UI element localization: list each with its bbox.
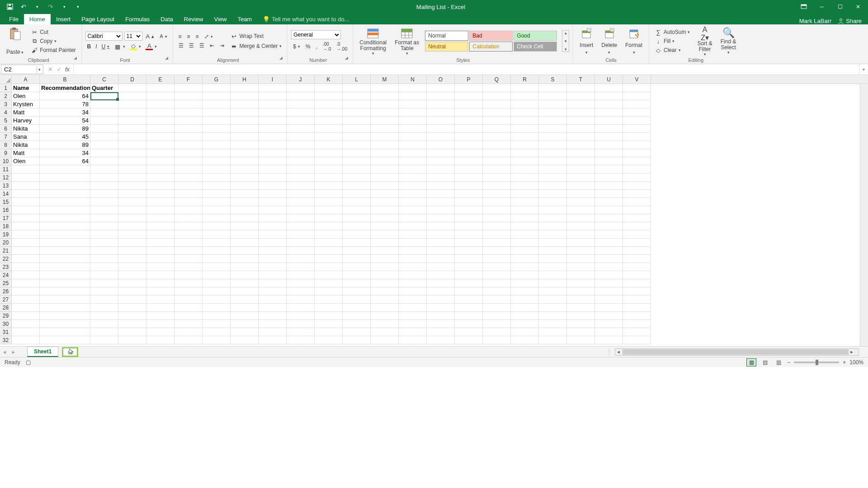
- cell-V20[interactable]: [623, 239, 651, 247]
- cell-H21[interactable]: [231, 247, 259, 255]
- cell-F7[interactable]: [175, 133, 203, 141]
- cell-P3[interactable]: [455, 100, 483, 108]
- cell-D18[interactable]: [118, 222, 146, 230]
- col-header-J[interactable]: J: [287, 75, 315, 84]
- cell-R11[interactable]: [511, 165, 539, 174]
- cell-D32[interactable]: [118, 336, 146, 344]
- cell-C31[interactable]: [90, 328, 118, 336]
- cell-K28[interactable]: [315, 304, 343, 312]
- row-header-6[interactable]: 6: [0, 125, 12, 133]
- cell-V19[interactable]: [623, 230, 651, 239]
- new-sheet-button[interactable]: ⊕: [62, 347, 78, 357]
- cell-S1[interactable]: [539, 84, 567, 92]
- cell-T23[interactable]: [567, 263, 595, 271]
- cell-S27[interactable]: [539, 296, 567, 304]
- cell-B31[interactable]: [40, 328, 90, 336]
- formula-bar[interactable]: [74, 64, 859, 75]
- cell-R28[interactable]: [511, 304, 539, 312]
- cell-G26[interactable]: [203, 287, 231, 296]
- cell-H19[interactable]: [231, 230, 259, 239]
- cell-A25[interactable]: [12, 279, 40, 287]
- cell-J5[interactable]: [287, 117, 315, 125]
- cell-M16[interactable]: [371, 206, 399, 214]
- enter-formula-icon[interactable]: ✓: [57, 66, 61, 73]
- font-name-select[interactable]: Calibri: [85, 32, 123, 41]
- qat-customize-icon[interactable]: ▾: [73, 2, 82, 11]
- cell-M27[interactable]: [371, 296, 399, 304]
- cell-J11[interactable]: [287, 165, 315, 174]
- macro-record-icon[interactable]: ▢: [26, 359, 31, 366]
- cell-G29[interactable]: [203, 312, 231, 320]
- cell-P2[interactable]: [455, 92, 483, 100]
- cell-P21[interactable]: [455, 247, 483, 255]
- cell-J16[interactable]: [287, 206, 315, 214]
- cell-J17[interactable]: [287, 214, 315, 222]
- row-header-1[interactable]: 1: [0, 84, 12, 92]
- row-header-26[interactable]: 26: [0, 287, 12, 296]
- cell-D14[interactable]: [118, 190, 146, 198]
- row-header-19[interactable]: 19: [0, 230, 12, 239]
- cell-U27[interactable]: [595, 296, 623, 304]
- cell-S7[interactable]: [539, 133, 567, 141]
- cell-U30[interactable]: [595, 320, 623, 328]
- cell-R17[interactable]: [511, 214, 539, 222]
- style-normal[interactable]: Normal: [425, 31, 468, 41]
- cell-E27[interactable]: [146, 296, 175, 304]
- cell-S14[interactable]: [539, 190, 567, 198]
- cell-O11[interactable]: [427, 165, 455, 174]
- wrap-text-button[interactable]: ↩Wrap Text: [229, 32, 284, 40]
- cell-T14[interactable]: [567, 190, 595, 198]
- cell-B11[interactable]: [40, 165, 90, 174]
- cell-V4[interactable]: [623, 108, 651, 117]
- cell-N7[interactable]: [399, 133, 427, 141]
- cell-P4[interactable]: [455, 108, 483, 117]
- cell-G20[interactable]: [203, 239, 231, 247]
- cell-K26[interactable]: [315, 287, 343, 296]
- row-header-29[interactable]: 29: [0, 312, 12, 320]
- tab-page-layout[interactable]: Page Layout: [76, 14, 120, 24]
- cell-U16[interactable]: [595, 206, 623, 214]
- cell-L24[interactable]: [343, 271, 371, 279]
- cell-J13[interactable]: [287, 182, 315, 190]
- cell-U12[interactable]: [595, 174, 623, 182]
- cell-T6[interactable]: [567, 125, 595, 133]
- cell-R3[interactable]: [511, 100, 539, 108]
- cell-R18[interactable]: [511, 222, 539, 230]
- fill-button[interactable]: ↓Fill: [653, 37, 692, 45]
- cell-I7[interactable]: [259, 133, 287, 141]
- cell-M2[interactable]: [371, 92, 399, 100]
- cell-F24[interactable]: [175, 271, 203, 279]
- cell-F21[interactable]: [175, 247, 203, 255]
- cell-E10[interactable]: [146, 157, 175, 165]
- cell-I32[interactable]: [259, 336, 287, 344]
- borders-button[interactable]: ▦: [112, 42, 127, 51]
- cell-M25[interactable]: [371, 279, 399, 287]
- cell-S20[interactable]: [539, 239, 567, 247]
- cell-P17[interactable]: [455, 214, 483, 222]
- cell-D11[interactable]: [118, 165, 146, 174]
- conditional-formatting-button[interactable]: Conditional Formatting: [357, 26, 389, 56]
- font-color-button[interactable]: A: [144, 42, 159, 51]
- cell-K31[interactable]: [315, 328, 343, 336]
- cell-E20[interactable]: [146, 239, 175, 247]
- percent-button[interactable]: %: [304, 41, 312, 52]
- cell-I3[interactable]: [259, 100, 287, 108]
- cell-T11[interactable]: [567, 165, 595, 174]
- row-header-12[interactable]: 12: [0, 174, 12, 182]
- cell-H23[interactable]: [231, 263, 259, 271]
- cell-F30[interactable]: [175, 320, 203, 328]
- cell-D8[interactable]: [118, 141, 146, 149]
- cell-Q4[interactable]: [483, 108, 511, 117]
- cell-L16[interactable]: [343, 206, 371, 214]
- col-header-B[interactable]: B: [40, 75, 90, 84]
- cell-M22[interactable]: [371, 255, 399, 263]
- row-header-9[interactable]: 9: [0, 149, 12, 157]
- cell-L32[interactable]: [343, 336, 371, 344]
- cell-I5[interactable]: [259, 117, 287, 125]
- cell-B9[interactable]: 34: [40, 149, 90, 157]
- cell-J18[interactable]: [287, 222, 315, 230]
- tab-view[interactable]: View: [208, 14, 232, 24]
- cell-F15[interactable]: [175, 198, 203, 206]
- col-header-L[interactable]: L: [343, 75, 371, 84]
- cell-I19[interactable]: [259, 230, 287, 239]
